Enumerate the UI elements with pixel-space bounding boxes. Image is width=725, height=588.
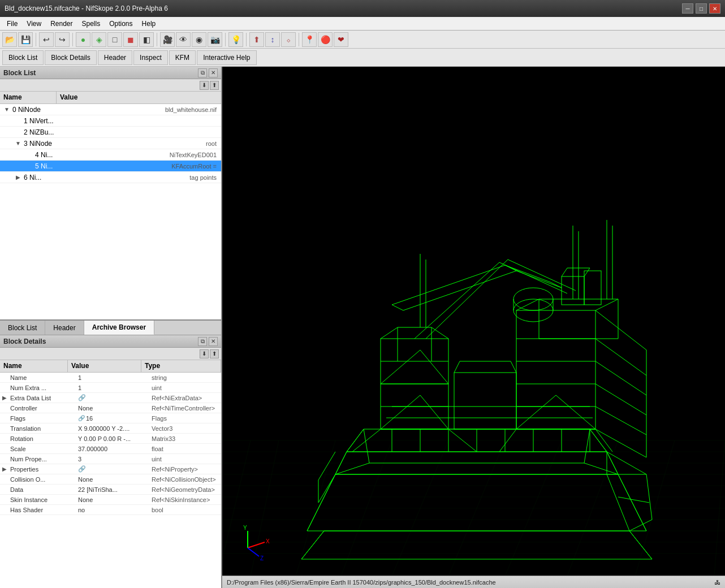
detail-row[interactable]: Num Prope... 3 uint <box>0 454 221 464</box>
title-bar: Bld_docknew15.nifcache - NifSkope 2.0.0 … <box>0 0 725 17</box>
toggle-3[interactable]: ▼ <box>14 139 23 148</box>
tree-row[interactable]: 1 NiVert... <box>0 115 221 127</box>
svg-line-102 <box>595 361 646 395</box>
detail-row[interactable]: Translation X 9.000000 Y -2.... Vector3 <box>0 423 221 434</box>
tool2-button[interactable]: ↕ <box>265 32 280 47</box>
tab-archive-browser[interactable]: Archive Browser <box>84 321 154 335</box>
inspect-btn[interactable]: Inspect <box>133 50 168 65</box>
menu-render[interactable]: Render <box>46 19 77 29</box>
svg-line-80 <box>364 429 369 463</box>
expand-details-btn[interactable]: ⬆ <box>210 349 219 358</box>
left-panel: Block List ⧉ ✕ ⬇ ⬆ Name Value <box>0 67 222 588</box>
detail-row[interactable]: Has Shader no bool <box>0 505 221 515</box>
svg-line-49 <box>415 262 499 339</box>
svg-text:Z: Z <box>260 555 264 561</box>
svg-line-95 <box>511 361 516 373</box>
block-list-panel: Block List ⧉ ✕ ⬇ ⬆ Name Value <box>0 67 221 321</box>
view-alpha-button[interactable]: ◧ <box>139 32 154 47</box>
float-button-bottom[interactable]: ⧉ <box>198 337 207 346</box>
block-details-panel: Block Details ⧉ ✕ ⬇ ⬆ Name Value Type <box>0 335 221 588</box>
details-area[interactable]: Name 1 string Num Extra ... 1 uint ▶ Ext… <box>0 373 221 588</box>
detail-row[interactable]: Data 22 [NiTriSha... Ref<NiGeometryData> <box>0 485 221 495</box>
eye2-button[interactable]: ◉ <box>192 32 206 47</box>
light1-button[interactable]: 💡 <box>228 32 243 47</box>
svg-marker-98 <box>516 395 595 429</box>
view-solid-button[interactable]: ● <box>76 32 90 47</box>
eye-button[interactable]: 👁 <box>176 32 191 47</box>
svg-marker-97 <box>381 395 448 429</box>
tree-row[interactable]: 2 NiZBu... <box>0 127 221 138</box>
tool6-button[interactable]: ❤ <box>334 32 348 47</box>
svg-line-103 <box>595 384 646 415</box>
detail-row[interactable]: Num Extra ... 1 uint <box>0 383 221 393</box>
menu-view[interactable]: View <box>22 19 46 29</box>
menu-file[interactable]: File <box>2 19 22 29</box>
menu-help[interactable]: Help <box>137 19 161 29</box>
svg-rect-93 <box>454 373 516 429</box>
camera-button[interactable]: 🎥 <box>160 32 175 47</box>
svg-text:X: X <box>266 538 270 544</box>
tree-row[interactable]: 4 Ni... NiTextKeyED001 <box>0 149 221 161</box>
close-panel-bottom[interactable]: ✕ <box>209 337 218 346</box>
maximize-button[interactable]: □ <box>696 3 707 14</box>
viewport[interactable]: X Y Z D:/Program Files (x86)/Sierra/Empi… <box>222 67 725 588</box>
interactive-help-btn[interactable]: Interactive Help <box>197 50 256 65</box>
detail-row[interactable]: Rotation Y 0.00 P 0.00 R -... Matrix33 <box>0 434 221 444</box>
blocklist-btn[interactable]: Block List <box>2 50 44 65</box>
block-details-title: Block Details <box>3 338 46 345</box>
toggle-2 <box>14 128 23 137</box>
tool3-button[interactable]: ⬦ <box>281 32 296 47</box>
svg-line-56 <box>516 299 539 310</box>
tool1-button[interactable]: ⬆ <box>249 32 264 47</box>
svg-line-112 <box>318 452 335 480</box>
blockdetails-btn[interactable]: Block Details <box>45 50 96 65</box>
kfm-btn[interactable]: KFM <box>169 50 196 65</box>
svg-line-20 <box>222 440 251 559</box>
detail-row[interactable]: Controller None Ref<NiTimeController> <box>0 403 221 413</box>
tree-row[interactable]: ▶ 6 Ni... tag points <box>0 172 221 183</box>
detail-row[interactable]: ▶ Extra Data List 🔗 Ref<NiExtraData> <box>0 393 221 403</box>
detail-row[interactable]: Skin Instance None Ref<NiSkinInstance> <box>0 495 221 505</box>
tab-block-list[interactable]: Block List <box>0 321 45 335</box>
tab-header[interactable]: Header <box>45 321 84 335</box>
expand-all-btn[interactable]: ⬆ <box>210 81 219 90</box>
detail-row[interactable]: ▶ Properties 🔗 Ref<NiProperty> <box>0 464 221 474</box>
svg-line-25 <box>618 474 646 531</box>
detail-row[interactable]: Flags 🔗 16 Flags <box>0 413 221 423</box>
undo-button[interactable]: ↩ <box>39 32 54 47</box>
tree-row[interactable]: ▼ 0 NiNode bld_whitehouse.nif <box>0 104 221 115</box>
save-button[interactable]: 💾 <box>18 32 33 47</box>
header-btn[interactable]: Header <box>98 50 132 65</box>
svg-line-105 <box>595 429 646 457</box>
float-button-top[interactable]: ⧉ <box>198 68 207 77</box>
tree-row-selected[interactable]: 5 Ni... KFAccumRoot = <box>0 161 221 172</box>
svg-line-94 <box>454 361 460 373</box>
close-panel-top[interactable]: ✕ <box>209 68 218 77</box>
toggle-5 <box>25 162 34 171</box>
view-tex-button[interactable]: □ <box>107 32 122 47</box>
menu-options[interactable]: Options <box>105 19 137 29</box>
svg-marker-90 <box>301 531 652 559</box>
detail-row[interactable]: Collision O... None Ref<NiCollisionObjec… <box>0 474 221 485</box>
block-list-tree[interactable]: ▼ 0 NiNode bld_whitehouse.nif 1 NiVert..… <box>0 104 221 319</box>
redo-button[interactable]: ↪ <box>55 32 70 47</box>
collapse-all-btn[interactable]: ⬇ <box>200 81 209 90</box>
toggle-0[interactable]: ▼ <box>2 105 11 114</box>
toggle-6[interactable]: ▶ <box>14 173 23 182</box>
open-button[interactable]: 📂 <box>2 32 17 47</box>
view-wire-button[interactable]: ◈ <box>92 32 106 47</box>
menu-toolbar: Block List Block Details Header Inspect … <box>0 49 725 67</box>
tool5-button[interactable]: 🔴 <box>318 32 333 47</box>
svg-line-110 <box>584 268 590 276</box>
screenshot-button[interactable]: 📷 <box>208 32 222 47</box>
tool4-button[interactable]: 📍 <box>302 32 317 47</box>
svg-line-104 <box>595 407 646 435</box>
minimize-button[interactable]: ─ <box>682 3 693 14</box>
view-cube-button[interactable]: ◼ <box>123 32 138 47</box>
detail-row[interactable]: Scale 37.000000 float <box>0 444 221 454</box>
close-button[interactable]: ✕ <box>709 3 720 14</box>
collapse-details-btn[interactable]: ⬇ <box>200 349 209 358</box>
tree-row[interactable]: ▼ 3 NiNode root <box>0 138 221 149</box>
menu-spells[interactable]: Spells <box>77 19 105 29</box>
detail-row[interactable]: Name 1 string <box>0 373 221 383</box>
